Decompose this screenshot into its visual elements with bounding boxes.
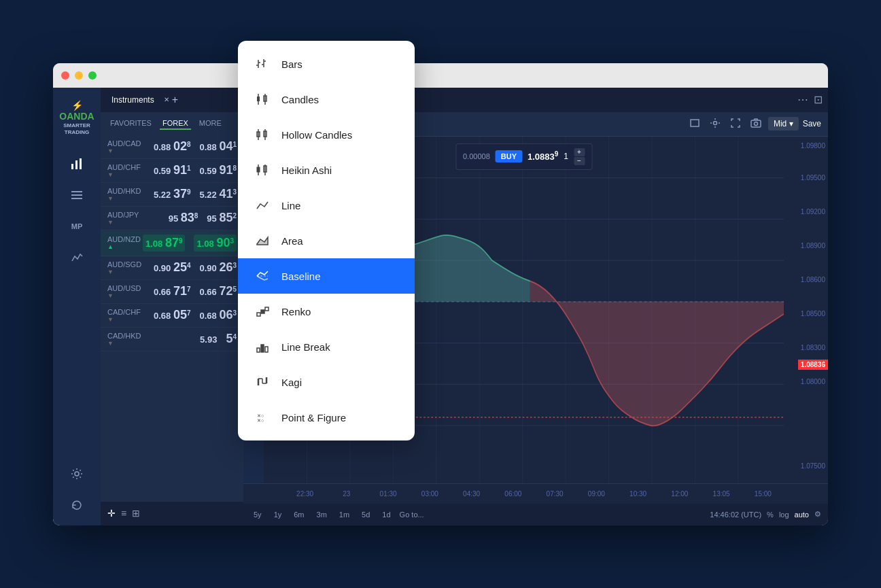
camera-btn[interactable] [748, 115, 764, 133]
sidebar-icon-indicator[interactable] [61, 244, 93, 271]
bars-label: Bars [281, 58, 303, 70]
dropdown-item-baseline[interactable]: Baseline [238, 258, 415, 294]
title-bar [53, 63, 828, 88]
svg-rect-65 [257, 313, 260, 316]
settings-icon-bottom[interactable]: ⚙ [814, 510, 821, 519]
settings-btn[interactable] [707, 115, 723, 133]
svg-rect-4 [71, 194, 82, 196]
range-6m[interactable]: 6m [290, 508, 307, 521]
line-icon[interactable]: ≡ [121, 508, 126, 519]
instrument-aud-cad[interactable]: AUD/CAD ▼ 0.88 028 0.88 041 [101, 135, 243, 159]
time-label-1: 22:30 [284, 490, 326, 498]
hollow-candles-icon [254, 126, 271, 143]
filter-more[interactable]: MORE [196, 118, 224, 130]
instrument-aud-usd[interactable]: AUD/USD ▼ 0.66 717 0.66 725 [101, 280, 243, 304]
rectangle-tool-btn[interactable] [687, 115, 703, 133]
fullscreen-btn[interactable] [727, 115, 744, 133]
more-options-icon[interactable]: ⋯ [797, 93, 808, 106]
save-btn[interactable]: Save [803, 119, 821, 128]
logo-brand: ⚡ OANDA [53, 100, 101, 123]
kagi-label: Kagi [281, 377, 302, 388]
goto-btn[interactable]: Go to... [400, 511, 424, 519]
instrument-cad-hkd[interactable]: CAD/HKD ▼ 5.93 54 [101, 328, 243, 351]
time-label-11: 13:05 [701, 490, 742, 498]
order-qty: 1 [564, 152, 568, 161]
sidebar-icon-refresh[interactable] [61, 491, 93, 519]
sidebar-icon-list[interactable] [61, 181, 93, 209]
maximize-button[interactable] [88, 71, 97, 80]
dropdown-item-line[interactable]: Line [238, 188, 415, 223]
mode-pct-btn[interactable]: % [767, 511, 774, 519]
dropdown-item-candles[interactable]: Candles [238, 82, 415, 117]
tab-instruments[interactable]: Instruments [106, 92, 160, 107]
dropdown-item-area[interactable]: Area [238, 223, 415, 258]
area-label: Area [281, 235, 303, 247]
grid-icon[interactable]: ⊞ [132, 508, 140, 519]
icon-sidebar: ⚡ OANDA SMARTER TRADING MP [53, 88, 101, 525]
range-1d[interactable]: 1d [379, 508, 394, 521]
instrument-aud-hkd[interactable]: AUD/HKD ▼ 5.22 379 5.22 413 [101, 183, 243, 207]
range-5y[interactable]: 5y [250, 508, 265, 521]
svg-rect-5 [71, 198, 82, 199]
instrument-aud-nzd[interactable]: AUD/NZD ▲ 1.08 879 1.08 903 [101, 230, 243, 256]
instrument-aud-chf[interactable]: AUD/CHF ▼ 0.59 911 0.59 918 [101, 159, 243, 183]
svg-point-8 [713, 121, 716, 124]
mode-log-btn[interactable]: log [779, 511, 789, 519]
svg-rect-70 [265, 347, 268, 352]
baseline-icon [254, 268, 271, 284]
svg-rect-3 [71, 191, 82, 192]
time-label-5: 04:30 [451, 490, 492, 498]
dropdown-item-line-break[interactable]: Line Break [238, 329, 415, 364]
dropdown-item-hollow-candles[interactable]: Hollow Candles [238, 117, 415, 152]
instrument-aud-jpy[interactable]: AUD/JPY ▼ 95 838 95 852 [101, 207, 243, 230]
instruments-list: AUD/CAD ▼ 0.88 028 0.88 041 [101, 135, 243, 501]
renko-label: Renko [281, 306, 311, 317]
sidebar-icon-charts[interactable] [61, 150, 93, 177]
point-figure-icon: ✕○✕○ [254, 409, 271, 426]
mid-selector[interactable]: Mid ▾ [768, 117, 799, 131]
svg-text:○: ○ [261, 418, 264, 423]
app-window: ⚡ OANDA SMARTER TRADING MP [53, 63, 828, 525]
time-label-4: 03:00 [409, 490, 451, 498]
mode-auto-btn[interactable]: auto [795, 511, 809, 519]
svg-text:○: ○ [261, 413, 264, 418]
area-icon [254, 232, 271, 249]
dropdown-item-renko[interactable]: Renko [238, 294, 415, 329]
tab-close-icon[interactable]: ✕ [164, 96, 169, 103]
sidebar-icon-mp[interactable]: MP [61, 213, 93, 240]
qty-up-btn[interactable]: + [574, 148, 585, 156]
dropdown-item-heikin-ashi[interactable]: Heikin Ashi [238, 152, 415, 188]
minimize-button[interactable] [75, 71, 83, 80]
instrument-aud-sgd[interactable]: AUD/SGD ▼ 0.90 254 0.90 263 [101, 256, 243, 280]
buy-button[interactable]: BUY [496, 150, 522, 162]
dropdown-item-point-figure[interactable]: ✕○✕○ Point & Figure [238, 400, 415, 435]
range-1m[interactable]: 1m [336, 508, 353, 521]
dropdown-item-bars[interactable]: Bars [238, 46, 415, 82]
tab-add-icon[interactable]: + [172, 94, 178, 106]
time-label-6: 06:00 [492, 490, 534, 498]
point-figure-label: Point & Figure [281, 412, 346, 423]
filter-forex[interactable]: FOREX [160, 118, 191, 130]
svg-point-6 [75, 472, 79, 476]
instrument-bottom-bar: ✛ ≡ ⊞ [101, 501, 243, 525]
logo-tagline: SMARTER TRADING [53, 122, 101, 135]
line-label: Line [281, 200, 300, 211]
instrument-cad-chf[interactable]: CAD/CHF ▼ 0.68 057 0.68 063 [101, 304, 243, 328]
sidebar-icon-settings[interactable] [61, 460, 93, 487]
heikin-ashi-icon [254, 162, 271, 178]
current-price-label: 1.08836 [798, 360, 828, 370]
svg-rect-9 [751, 120, 761, 127]
qty-down-btn[interactable]: − [574, 157, 585, 165]
filter-favorites[interactable]: FAVORITES [107, 118, 154, 130]
kagi-icon [254, 374, 271, 390]
time-label-8: 09:00 [576, 490, 617, 498]
dropdown-item-kagi[interactable]: Kagi [238, 364, 415, 400]
range-3m[interactable]: 3m [313, 508, 330, 521]
svg-rect-1 [75, 160, 77, 169]
close-button[interactable] [61, 71, 69, 80]
popout-icon[interactable]: ⊡ [814, 93, 823, 106]
crosshair-icon[interactable]: ✛ [107, 508, 116, 519]
range-5d[interactable]: 5d [358, 508, 373, 521]
range-1y[interactable]: 1y [271, 508, 286, 521]
time-label-3: 01:30 [368, 490, 409, 498]
